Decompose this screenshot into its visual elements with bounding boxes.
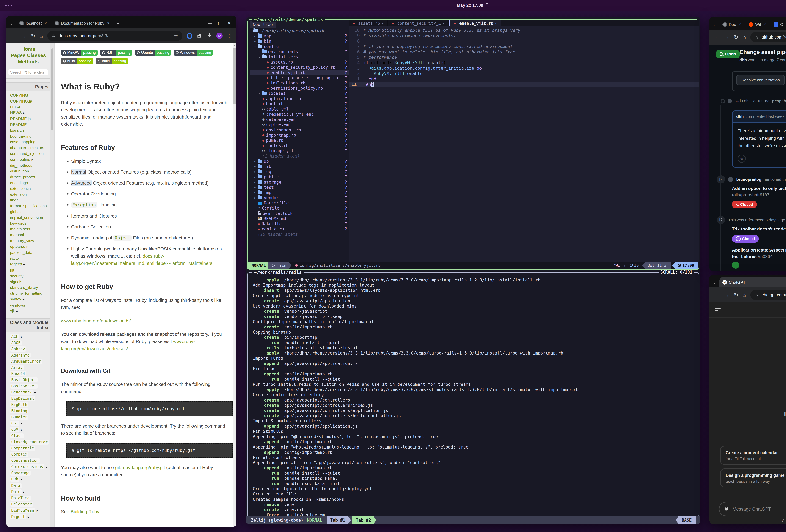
tree-row[interactable]: ◆ inflections.rb ?	[250, 80, 349, 86]
shell-pane[interactable]: ~/work/rails/rails SCROLL: 0/191 apply /…	[247, 272, 699, 517]
sidebar-page-link[interactable]: yjit ►	[10, 308, 54, 314]
expand-arrow-icon[interactable]: ►	[33, 391, 37, 394]
git-mirror-link[interactable]: git.ruby-lang.org/ruby.git	[115, 465, 165, 470]
tree-row[interactable]: ⚙ deploy.yml ?	[250, 122, 349, 127]
tree-row[interactable]: ◆ environment.rb ?	[250, 128, 349, 133]
tree-row[interactable]: ▸ public ?	[250, 174, 349, 179]
close-buffer-icon[interactable]: ✕	[442, 21, 444, 25]
sidebar-class-link[interactable]: ACL ►	[10, 333, 54, 340]
sidebar-nav-links[interactable]: Pages Classes Methods	[7, 52, 49, 65]
sidebar-page-link[interactable]: optparse ►	[10, 244, 54, 250]
ci-badge[interactable]: RJIT passing	[100, 50, 132, 56]
tree-row[interactable]: M↓ README.md ?	[250, 216, 349, 221]
sidebar-page-link[interactable]: extension	[10, 192, 54, 198]
sidebar-class-link[interactable]: Addrinfo	[10, 352, 54, 358]
new-tab-button[interactable]: +	[114, 21, 122, 28]
sidebar-class-link[interactable]: Continuation	[10, 458, 54, 464]
tree-row[interactable]: (1 hidden item)	[250, 154, 349, 159]
tree-row[interactable]: ◆ importmap.rb ?	[250, 133, 349, 138]
tab-search-icon[interactable]: ⌄	[712, 280, 718, 287]
tree-row[interactable]: ▸ storage ?	[250, 179, 349, 185]
tree-row[interactable]: ⚙ database.yml ?	[250, 117, 349, 122]
sidebar-page-link[interactable]: case_mapping	[10, 139, 54, 145]
sidebar-class-link[interactable]: ArgumentError	[10, 358, 54, 364]
sidebar-page-link[interactable]: dtrace_probes	[10, 174, 54, 180]
sidebar-scrollbar[interactable]	[51, 48, 53, 130]
expand-arrow-icon[interactable]: ►	[22, 263, 26, 266]
tree-row[interactable]: ▾ config	[250, 44, 349, 49]
message-input[interactable]: Message ChatGPT ↑	[719, 502, 786, 516]
neo-tree-tab[interactable]: Neo-tree	[250, 21, 276, 27]
sidebar-page-link[interactable]: README	[10, 122, 54, 128]
expand-arrow-icon[interactable]: ►	[22, 490, 25, 494]
commit-message[interactable]: Switch to using propshaft as the default…	[735, 98, 786, 104]
expand-arrow-icon[interactable]: ►	[26, 515, 30, 518]
buffer-tab[interactable]: ◆ enable_yjit.rb ✕	[449, 20, 501, 26]
tree-row[interactable]: ▸ app ?	[250, 33, 349, 39]
expand-arrow-icon[interactable]: ►	[15, 310, 18, 313]
git-clone-command[interactable]: $ git clone https://github.com/ruby/ruby…	[66, 401, 233, 416]
site-settings-icon[interactable]	[52, 33, 56, 38]
sidebar-page-link[interactable]: README.ja	[10, 116, 54, 122]
home-icon[interactable]: ⌂	[743, 34, 746, 40]
tree-row[interactable]: ▸ bin ?	[250, 39, 349, 44]
suggestion-card[interactable]: Create a content calendar for a TikTok a…	[720, 446, 786, 465]
ci-badge[interactable]: MinGW passing	[61, 50, 98, 56]
tree-row[interactable]: ⚙ cable.yml ?	[250, 107, 349, 112]
clock[interactable]: May 22 17:09	[457, 3, 489, 8]
site-settings-icon[interactable]	[755, 293, 759, 297]
sidebar-class-link[interactable]: Bundler	[10, 414, 54, 420]
attach-paperclip-icon[interactable]	[724, 506, 730, 512]
home-icon[interactable]: ⌂	[743, 292, 746, 298]
ci-badge[interactable]: build passing	[96, 58, 128, 64]
extensions-puzzle-icon[interactable]	[197, 33, 203, 39]
sidebar-class-link[interactable]: Date ►	[10, 489, 54, 495]
zellij-tab[interactable]: Tab #1	[326, 516, 351, 524]
sidebar-class-link[interactable]: Complex	[10, 452, 54, 458]
address-bar[interactable]: docs.ruby-lang.org/en/3.3/ ☆	[47, 31, 182, 41]
sidebar-class-link[interactable]: Class	[10, 433, 54, 439]
expand-arrow-icon[interactable]: ►	[19, 422, 23, 425]
nvim-pane[interactable]: ~/work/rails/demos/sputnik Neo-tree ~/wo…	[247, 20, 699, 270]
browser-tab[interactable]: Wit ✕	[746, 20, 769, 29]
site-settings-icon[interactable]	[755, 35, 759, 39]
sidebar-class-link[interactable]: ARGF	[10, 340, 54, 346]
tree-chevron-icon[interactable]: ▾	[254, 45, 258, 48]
sidebar-page-link[interactable]: windows	[10, 302, 54, 308]
back-icon[interactable]: ←	[714, 34, 720, 40]
sidebar-page-link[interactable]: bug_triaging	[10, 134, 54, 139]
sidebar-class-link[interactable]: Comparable	[10, 445, 54, 451]
referenced-issue-title[interactable]: ApplicationTests::AssetsTest#test_precom…	[732, 247, 786, 260]
address-bar[interactable]: chatgpt.com/?oai-dm=1 ☆	[750, 290, 786, 300]
sidebar-class-link[interactable]: Binding	[10, 408, 54, 414]
tree-row[interactable]: ◆ content_security_policy.rb ?	[250, 65, 349, 70]
minimize-icon[interactable]: —	[208, 21, 212, 26]
ci-badge[interactable]: Ubuntu passing	[135, 50, 171, 56]
tree-chevron-icon[interactable]: ▸	[254, 164, 258, 168]
sidebar-class-link[interactable]: Benchmark ►	[10, 389, 54, 395]
referenced-issue-title[interactable]: Trix toolbar doesn't render correctly wi…	[732, 226, 786, 232]
expand-arrow-icon[interactable]: ►	[22, 112, 25, 115]
suggestion-card[interactable]: Design a programming game teach basics i…	[720, 468, 786, 487]
ci-badge[interactable]: Windows passing	[174, 50, 213, 56]
browser-tab[interactable]: C ✕	[771, 20, 786, 29]
browser-menu-icon[interactable]: ⋮	[227, 33, 231, 39]
scroll-up-arrow[interactable]: ▲	[233, 43, 236, 47]
tree-row[interactable]: ◆ permissions_policy.rb ?	[250, 86, 349, 91]
buffer-tab[interactable]: ◆ content_security_… ✕	[388, 20, 449, 26]
sidebar-class-link[interactable]: Coverage	[10, 470, 54, 476]
sidebar-class-link[interactable]: Digest ►	[10, 514, 54, 520]
sidebar-page-link[interactable]: encodings	[10, 180, 54, 186]
sidebar-class-link[interactable]: BigDecimal	[10, 396, 54, 402]
sidebar-page-link[interactable]: LEGAL	[10, 104, 54, 110]
sidebar-page-link[interactable]: syntax ►	[10, 296, 54, 302]
expand-arrow-icon[interactable]: ►	[30, 158, 34, 161]
expand-arrow-icon[interactable]: ►	[19, 478, 23, 481]
sidebar-class-link[interactable]: DidYouMean ►	[10, 507, 54, 514]
expand-arrow-icon[interactable]: ►	[25, 245, 29, 248]
add-reaction-icon[interactable]: ☺	[738, 155, 746, 163]
tree-row[interactable]: ▸ tmp ?	[250, 190, 349, 195]
tree-chevron-icon[interactable]: ▸	[254, 185, 258, 189]
tree-row[interactable]: ◆ routes.rb ?	[250, 143, 349, 148]
bookmark-star-icon[interactable]: ☆	[174, 33, 178, 39]
